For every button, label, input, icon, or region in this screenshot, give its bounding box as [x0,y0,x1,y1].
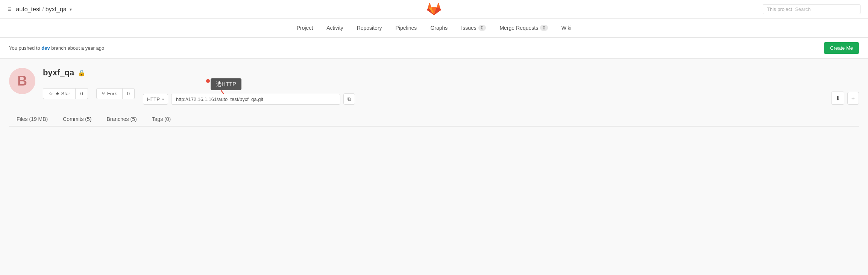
fork-button[interactable]: ⑂ Fork [96,88,123,99]
nav-item-project[interactable]: Project [290,19,320,38]
breadcrumb-separator: / [42,6,44,13]
project-avatar: B [9,68,35,94]
tooltip-box: 选HTTP [211,78,241,90]
top-nav: ≡ auto_test / byxf_qa ▾ This project Sea… [0,0,868,19]
nav-item-wiki[interactable]: Wiki [555,19,578,38]
clone-protocol-label: HTTP [147,96,160,102]
nav-item-graphs[interactable]: Graphs [423,19,454,38]
tab-branches[interactable]: Branches (5) [99,112,144,127]
plus-icon: + [851,95,855,101]
merge-requests-badge: 0 [540,25,548,31]
tab-tags[interactable]: Tags (0) [144,112,179,127]
dev-branch-link[interactable]: dev [41,45,50,51]
nav-item-issues[interactable]: Issues 0 [454,19,493,38]
project-name: byxf_qa [43,68,74,78]
star-label: ★ Star [55,91,70,96]
fork-label: Fork [107,91,117,96]
fork-count: 0 [123,88,135,99]
file-tabs-row: Files (19 MB) Commits (5) Branches (5) T… [9,112,859,127]
project-header: B byxf_qa 🔒 ☆ ★ Star 0 ⑂ [9,68,859,105]
banner-prefix: You pushed to [9,45,41,51]
secondary-nav: Project Activity Repository Pipelines Gr… [0,19,868,38]
copy-icon: ⧉ [348,96,351,102]
org-link[interactable]: auto_test [16,6,41,13]
main-content: B byxf_qa 🔒 ☆ ★ Star 0 ⑂ [0,59,868,127]
project-info: byxf_qa 🔒 ☆ ★ Star 0 ⑂ Fork [43,68,859,105]
add-button[interactable]: + [847,92,859,105]
breadcrumb: auto_test / byxf_qa ▾ [16,6,72,13]
search-box[interactable]: This project Search [763,4,860,14]
nav-item-activity[interactable]: Activity [320,19,350,38]
banner-message: You pushed to dev branch about a year ag… [9,45,104,51]
tab-files[interactable]: Files (19 MB) [9,112,55,127]
clone-area: HTTP ▾ ⧉ [143,93,355,105]
nav-item-merge-requests[interactable]: Merge Requests 0 [493,19,554,38]
search-scope-label: This project [767,6,792,12]
breadcrumb-chevron[interactable]: ▾ [70,7,72,12]
hamburger-icon[interactable]: ≡ [8,5,12,13]
repo-link[interactable]: byxf_qa [46,6,67,13]
avatar-letter: B [17,73,27,89]
fork-button-group: ⑂ Fork 0 [96,88,135,99]
tooltip-text: 选HTTP [216,81,236,87]
tooltip-dot [206,79,210,83]
lock-icon: 🔒 [78,69,85,76]
gitlab-logo[interactable] [427,2,441,17]
star-count: 0 [76,88,88,99]
nav-item-pipelines[interactable]: Pipelines [389,19,424,38]
nav-left: ≡ auto_test / byxf_qa ▾ [8,5,72,13]
clone-area-wrapper: 选HTTP HTTP ▾ [143,82,355,105]
project-right-actions: ⬇ + [831,92,859,105]
download-button[interactable]: ⬇ [831,92,844,105]
chevron-down-icon: ▾ [162,97,164,101]
push-banner: You pushed to dev branch about a year ag… [0,38,868,59]
fork-icon: ⑂ [102,91,105,96]
banner-suffix: branch about a year ago [50,45,105,51]
create-merge-request-button[interactable]: Create Me [824,42,859,54]
clone-protocol-dropdown[interactable]: HTTP ▾ [143,94,168,105]
search-area: This project Search [763,4,860,14]
star-button-group: ☆ ★ Star 0 [43,88,88,99]
tab-commits[interactable]: Commits (5) [55,112,99,127]
copy-url-button[interactable]: ⧉ [343,93,355,105]
tooltip-wrapper: 选HTTP [211,78,241,90]
project-title-row: byxf_qa 🔒 [43,68,859,78]
star-button[interactable]: ☆ ★ Star [43,88,76,99]
search-placeholder-text: Search [795,6,810,12]
nav-item-repository[interactable]: Repository [350,19,389,38]
clone-url-input[interactable] [171,94,340,105]
download-icon: ⬇ [835,95,840,101]
issues-badge: 0 [478,25,486,31]
star-icon: ☆ [49,91,53,96]
